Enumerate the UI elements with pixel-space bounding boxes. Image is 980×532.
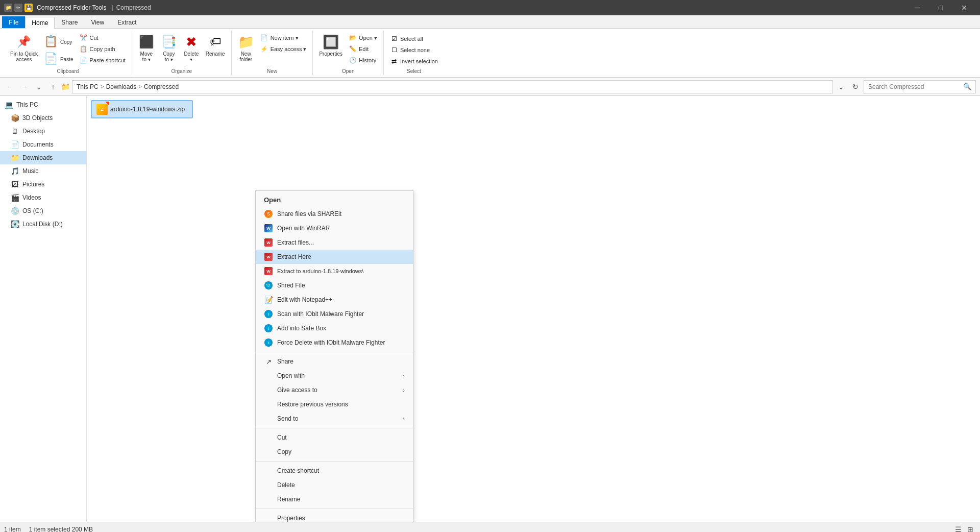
large-icons-view-button[interactable]: ⊞ [965, 524, 976, 533]
cut-cm-icon [264, 433, 273, 442]
cm-share-shareit[interactable]: S Share files via SHAREit [256, 207, 413, 221]
pin-icon: 📌 [16, 34, 32, 50]
scan-iobit-icon: i [264, 309, 273, 319]
paste-shortcut-button[interactable]: 📄 Paste shortcut [78, 55, 128, 65]
copy-to-button[interactable]: 📑 Copyto ▾ [159, 33, 179, 63]
cm-edit-notepad[interactable]: 📝 Edit with Notepad++ [256, 293, 413, 307]
sidebar-item-3dobjects[interactable]: 📦 3D Objects [0, 111, 86, 125]
copy-button[interactable]: 📋 Copy [42, 33, 76, 50]
invert-selection-button[interactable]: ⇄ Invert selection [388, 56, 440, 66]
edit-icon: ✏️ [349, 45, 357, 53]
select-all-button[interactable]: ☑ Select all [388, 34, 425, 44]
sidebar-item-videos[interactable]: 🎬 Videos [0, 191, 86, 204]
cm-share[interactable]: ↗ Share [256, 354, 413, 369]
cm-rename[interactable]: Rename [256, 492, 413, 506]
move-to-button[interactable]: ⬛ Moveto ▾ [136, 33, 157, 63]
tab-extract[interactable]: Extract [111, 16, 143, 28]
maximize-button[interactable]: □ [929, 0, 952, 15]
status-item-count: 1 item [4, 526, 21, 533]
cm-open-with[interactable]: Open with › [256, 369, 413, 383]
edit-button[interactable]: ✏️ Edit [347, 44, 379, 54]
file-item-arduino-zip[interactable]: Z arduino-1.8.19-windows.zip [91, 100, 193, 118]
sidebar-label-documents: Documents [22, 141, 54, 148]
sidebar-item-osc[interactable]: 💿 OS (C:) [0, 204, 86, 217]
cm-sep-2 [256, 428, 413, 428]
cm-label-cut: Cut [277, 434, 287, 441]
rename-button[interactable]: 🏷 Rename [204, 33, 227, 58]
new-folder-button[interactable]: 📁 Newfolder [236, 33, 256, 63]
tab-home[interactable]: Home [25, 17, 55, 29]
select-none-button[interactable]: ☐ Select none [388, 45, 432, 55]
copy-path-button[interactable]: 📋 Copy path [78, 44, 128, 54]
cm-label-sendto: Send to [277, 415, 298, 422]
breadcrumb-downloads[interactable]: Downloads [106, 83, 136, 90]
delete-button[interactable]: ✖ Delete▾ [181, 33, 202, 63]
breadcrumb-thispc[interactable]: This PC [77, 83, 99, 90]
new-item-button[interactable]: 📄 New item ▾ [258, 33, 309, 43]
app-icon-3: 💾 [24, 4, 33, 12]
sidebar-item-music[interactable]: 🎵 Music [0, 164, 86, 178]
sidebar-item-localdisk[interactable]: 💽 Local Disk (D:) [0, 217, 86, 231]
details-view-button[interactable]: ☰ [952, 524, 964, 533]
file-area[interactable]: Z arduino-1.8.19-windows.zip Open S Shar… [87, 96, 980, 522]
sidebar-item-desktop[interactable]: 🖥 Desktop [0, 125, 86, 138]
ribbon-group-clipboard: 📌 Pin to Quickaccess 📋 Copy 📄 Paste ✂️ C… [4, 31, 132, 75]
cm-restore-versions[interactable]: Restore previous versions [256, 397, 413, 412]
cm-create-shortcut[interactable]: Create shortcut [256, 464, 413, 478]
pin-to-quick-access-button[interactable]: 📌 Pin to Quickaccess [8, 33, 40, 63]
ribbon-group-open: 🔲 Properties 📂 Open ▾ ✏️ Edit 🕐 History … [313, 31, 384, 75]
sidebar-item-thispc[interactable]: 💻 This PC [0, 98, 86, 111]
cm-give-access[interactable]: Give access to › [256, 383, 413, 397]
cm-safe-box[interactable]: i Add into Safe Box [256, 321, 413, 335]
cm-copy[interactable]: Copy [256, 445, 413, 459]
up-button[interactable]: ↑ [47, 81, 59, 93]
cm-properties[interactable]: Properties [256, 511, 413, 522]
cm-delete[interactable]: Delete [256, 478, 413, 492]
paste-button[interactable]: 📄 Paste [42, 50, 76, 67]
cm-scan-iobit[interactable]: i Scan with IObit Malware Fighter [256, 307, 413, 321]
cm-cut[interactable]: Cut [256, 430, 413, 445]
cm-open-winrar[interactable]: W Open with WinRAR [256, 221, 413, 235]
history-button[interactable]: 🕐 History [347, 55, 379, 65]
tab-view[interactable]: View [84, 16, 111, 28]
cm-extract-here[interactable]: W Extract Here [256, 250, 413, 264]
cm-force-delete[interactable]: i Force Delete with IObit Malware Fighte… [256, 335, 413, 350]
cm-label-extract-to: Extract to arduino-1.8.19-windows\ [277, 268, 363, 274]
properties-button[interactable]: 🔲 Properties [317, 33, 345, 58]
cut-button[interactable]: ✂️ Cut [78, 33, 128, 43]
sidebar-item-pictures[interactable]: 🖼 Pictures [0, 178, 86, 191]
cm-shred-file[interactable]: 🛡 Shred File [256, 278, 413, 293]
open-button[interactable]: 📂 Open ▾ [347, 33, 379, 43]
properties-icon: 🔲 [323, 34, 339, 50]
cm-extract-to[interactable]: W Extract to arduino-1.8.19-windows\ [256, 264, 413, 278]
close-button[interactable]: ✕ [952, 0, 976, 15]
forward-button[interactable]: → [18, 81, 31, 93]
sidebar-item-documents[interactable]: 📄 Documents [0, 138, 86, 151]
search-input[interactable] [868, 83, 961, 90]
refresh-button[interactable]: ↻ [849, 81, 862, 93]
copy-path-label: Copy path [90, 46, 115, 52]
easy-access-button[interactable]: ⚡ Easy access ▾ [258, 44, 309, 54]
thispc-icon: 💻 [4, 100, 13, 109]
cm-extract-files[interactable]: W Extract files... [256, 235, 413, 250]
tab-file[interactable]: File [2, 16, 25, 28]
copy-cm-icon [264, 447, 273, 456]
back-button[interactable]: ← [4, 81, 16, 93]
refresh-dropdown-button[interactable]: ⌄ [835, 81, 847, 93]
cm-label-shred: Shred File [277, 282, 305, 289]
breadcrumb-compressed[interactable]: Compressed [144, 83, 179, 90]
shred-icon: 🛡 [264, 281, 273, 290]
tab-share[interactable]: Share [55, 16, 84, 28]
select-all-label: Select all [400, 36, 423, 42]
breadcrumb[interactable]: This PC > Downloads > Compressed [72, 80, 833, 93]
minimize-button[interactable]: ─ [905, 0, 929, 15]
cm-send-to[interactable]: Send to › [256, 412, 413, 426]
delete-icon: ✖ [183, 34, 200, 50]
recent-button[interactable]: ⌄ [33, 81, 45, 93]
shareit-icon: S [264, 209, 273, 219]
sidebar-item-downloads[interactable]: 📁 Downloads [0, 151, 86, 164]
paste-shortcut-label: Paste shortcut [90, 57, 126, 63]
clipboard-group-label: Clipboard [57, 67, 79, 75]
give-access-arrow: › [403, 387, 405, 393]
new-item-icon: 📄 [260, 34, 268, 42]
